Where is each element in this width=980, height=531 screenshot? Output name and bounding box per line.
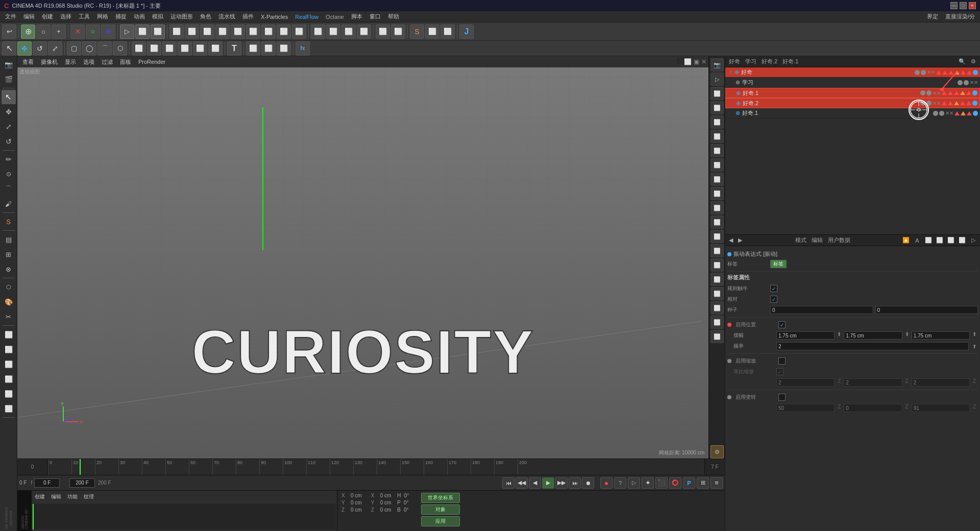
pb-indicator-red[interactable]: ● <box>600 477 612 489</box>
prop-scale-check[interactable] <box>778 357 786 365</box>
obj-tag-tri3[interactable] <box>948 70 953 75</box>
obj-tag-tri1[interactable] <box>954 111 960 115</box>
obj-vis-dot[interactable] <box>920 90 925 95</box>
vps-view5[interactable]: ⬜ <box>710 144 724 157</box>
vps-view11[interactable]: ⬜ <box>710 230 724 243</box>
prop-amp-x[interactable]: 1.75 cm <box>776 331 835 340</box>
scene-tb-item4[interactable]: 好奇.1 <box>781 58 800 65</box>
menu-render-direct[interactable]: 直接渲染/分 <box>942 12 978 21</box>
tb-dynamics[interactable]: ⬜ <box>376 25 390 39</box>
tb2-snap6[interactable]: ⬜ <box>208 41 223 56</box>
menu-simulate[interactable]: 模拟 <box>149 12 166 21</box>
maximize-btn[interactable]: □ <box>960 2 967 9</box>
menu-animation[interactable]: 动画 <box>131 12 148 21</box>
scene-objects-list[interactable]: T ⊕ 好奇 ✕✕ <box>725 67 980 234</box>
scene-search-icon[interactable]: 🔍 <box>958 57 967 66</box>
scene-obj-row[interactable]: T ⊕ 好奇 ✕✕ <box>725 67 980 78</box>
menu-file[interactable]: 文件 <box>2 12 19 21</box>
tb-pose[interactable]: ⬜ <box>357 25 371 39</box>
scene-obj-row[interactable]: ⊕ 好奇.2 ✕✕ <box>725 98 980 108</box>
prop-tab-mode[interactable]: 模式 <box>794 236 808 244</box>
tb2-scale[interactable]: ⤢ <box>48 41 62 56</box>
ls-knife[interactable]: ✂ <box>2 309 16 324</box>
vp-icon-close[interactable]: ✕ <box>701 58 706 65</box>
tb2-rotate[interactable]: ↺ <box>33 41 47 56</box>
pb-keyframe-grid[interactable]: ⊞ <box>697 477 709 489</box>
vps-view18[interactable]: ⬜ <box>710 330 724 343</box>
obj-tag-tri2[interactable] <box>948 101 953 105</box>
obj-tag-tri5[interactable] <box>966 91 971 95</box>
tb-rig[interactable]: ⬜ <box>326 25 340 39</box>
pb-first-frame[interactable]: ⏮ <box>502 477 514 489</box>
tb-render[interactable]: ▷ <box>120 25 134 39</box>
tb2-snap3[interactable]: ⬜ <box>162 41 177 56</box>
pb-play-forward[interactable]: ▶ <box>542 477 554 489</box>
tb2-select-lasso[interactable]: ⌒ <box>97 41 112 56</box>
timeline-tracks[interactable] <box>33 504 336 529</box>
vps-view6[interactable]: ⬜ <box>710 158 724 172</box>
vp-menu-filter[interactable]: 过滤 <box>99 57 116 67</box>
tb-deform[interactable]: ⬜ <box>292 25 306 39</box>
timeline-ruler[interactable]: 0 10 20 30 40 50 60 70 80 90 100 110 120… <box>48 459 704 475</box>
frame-input[interactable] <box>34 478 60 488</box>
ls-bottom5[interactable]: ⬜ <box>2 387 16 401</box>
prop-icon2[interactable]: A <box>913 236 922 245</box>
world-coords-btn[interactable]: 世界坐标系 <box>421 493 460 503</box>
vp-menu-prorender[interactable]: ProRender <box>135 58 168 66</box>
vps-gear[interactable]: ⚙ <box>710 445 724 458</box>
prop-icon6[interactable]: ⬜ <box>958 236 967 245</box>
tb-mode-mesh[interactable]: ○ <box>36 25 51 39</box>
ls-spline-tool[interactable]: ⌒ <box>2 182 16 196</box>
menu-character[interactable]: 角色 <box>197 12 214 21</box>
tb2-select-poly[interactable]: ⬡ <box>113 41 127 56</box>
ls-grid[interactable]: ⊞ <box>2 247 16 261</box>
vp-menu-options[interactable]: 选项 <box>80 57 97 67</box>
scene-obj-row[interactable]: ⊕ 好奇.1 ✕✕ <box>725 88 980 98</box>
vps-view1[interactable]: ⬜ <box>710 87 724 100</box>
prop-pos-check[interactable] <box>778 321 786 328</box>
tb2-select-rect[interactable]: ▢ <box>67 41 81 56</box>
obj-tag-tri4[interactable] <box>960 91 965 95</box>
ls-live-sel[interactable]: ⊙ <box>2 167 16 181</box>
scene-obj-row[interactable]: ⊕ 学习 ✕✕ <box>725 78 980 88</box>
prop-regular-body-check[interactable] <box>770 285 777 292</box>
playhead[interactable] <box>80 459 81 475</box>
prop-frequency-val[interactable]: 2 <box>776 342 969 350</box>
tb-tool-x[interactable]: ✕ <box>70 25 85 39</box>
ls-cursor[interactable]: ↖ <box>2 90 16 104</box>
menu-tools[interactable]: 工具 <box>76 12 93 21</box>
pb-keyframe-rot[interactable]: ⭕ <box>669 477 681 489</box>
viewport[interactable]: 查看 摄像机 显示 选项 过滤 面板 ProRender ⬜ ▣ ✕ 透视视图 <box>17 56 708 458</box>
obj-tag-tri3[interactable] <box>954 101 959 105</box>
obj-blue-dot[interactable] <box>973 111 978 116</box>
menu-plugins[interactable]: 插件 <box>239 12 257 21</box>
menu-xparticles[interactable]: X-Particles <box>258 13 291 21</box>
menu-script[interactable]: 脚本 <box>348 12 365 21</box>
pb-indicator-arrow[interactable]: ▷ <box>628 477 640 489</box>
prop-icon3[interactable]: ⬜ <box>924 236 933 245</box>
vp-menu-panel[interactable]: 面板 <box>117 57 134 67</box>
pb-prev-frame[interactable]: ◀◀ <box>516 477 528 489</box>
obj-tag-tri1[interactable] <box>942 101 947 105</box>
ls-bottom1[interactable]: ⬜ <box>2 327 16 342</box>
tb-null[interactable]: ⬜ <box>169 25 184 39</box>
vp-menu-view[interactable]: 查看 <box>19 57 37 67</box>
tb-weight[interactable]: ⬜ <box>425 25 439 39</box>
tb-render-settings[interactable]: ⬜ <box>151 25 165 39</box>
tb-mode-edge[interactable]: + <box>52 25 66 39</box>
obj-tag-tri5[interactable] <box>966 101 971 105</box>
obj-render-dot[interactable] <box>921 70 926 75</box>
pb-menu[interactable]: ≡ <box>710 477 723 489</box>
obj-tag-tri1[interactable] <box>942 91 947 95</box>
prop-seed-val1[interactable]: 0 <box>770 306 873 314</box>
obj-tag-tri6[interactable] <box>967 70 972 75</box>
prop-seed-val2[interactable]: 0 <box>875 306 978 314</box>
tb2-snap4[interactable]: ⬜ <box>178 41 192 56</box>
obj-blue-dot[interactable] <box>973 70 978 75</box>
tb2-obj2[interactable]: ⬜ <box>261 41 276 56</box>
bottom-tb-texture[interactable]: 纹理 <box>82 493 96 500</box>
vps-view4[interactable]: ⬜ <box>710 130 724 143</box>
tb2-move[interactable]: ✥ <box>17 41 32 56</box>
tb-j[interactable]: J <box>459 25 474 39</box>
obj-tag-tri3[interactable] <box>954 91 959 95</box>
